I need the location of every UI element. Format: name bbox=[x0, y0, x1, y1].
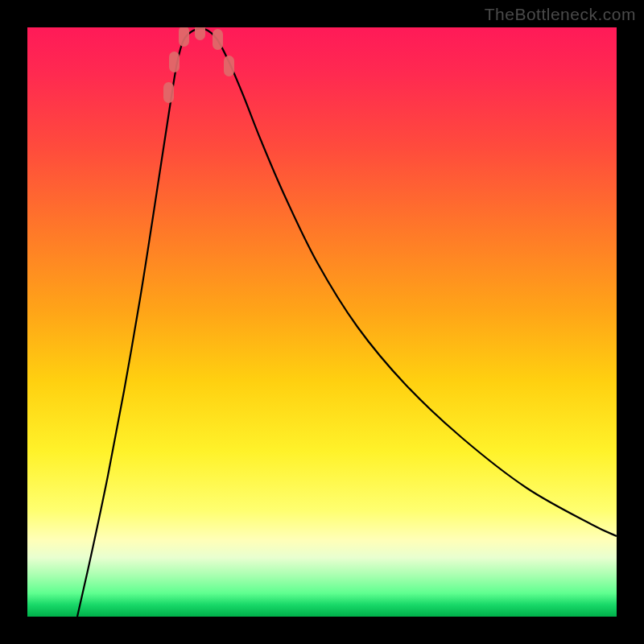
bottleneck-curve-path bbox=[77, 28, 617, 617]
curve-marker bbox=[179, 27, 189, 47]
curve-marker bbox=[163, 82, 174, 103]
curve-marker bbox=[213, 29, 223, 50]
plot-area bbox=[27, 27, 617, 617]
curve-marker bbox=[195, 27, 205, 40]
curve-markers bbox=[163, 27, 234, 103]
watermark-text: TheBottleneck.com bbox=[485, 5, 636, 24]
chart-frame: TheBottleneck.com bbox=[0, 0, 644, 644]
curve-layer bbox=[27, 27, 617, 617]
curve-marker bbox=[169, 52, 180, 72]
curve-marker bbox=[224, 56, 234, 76]
